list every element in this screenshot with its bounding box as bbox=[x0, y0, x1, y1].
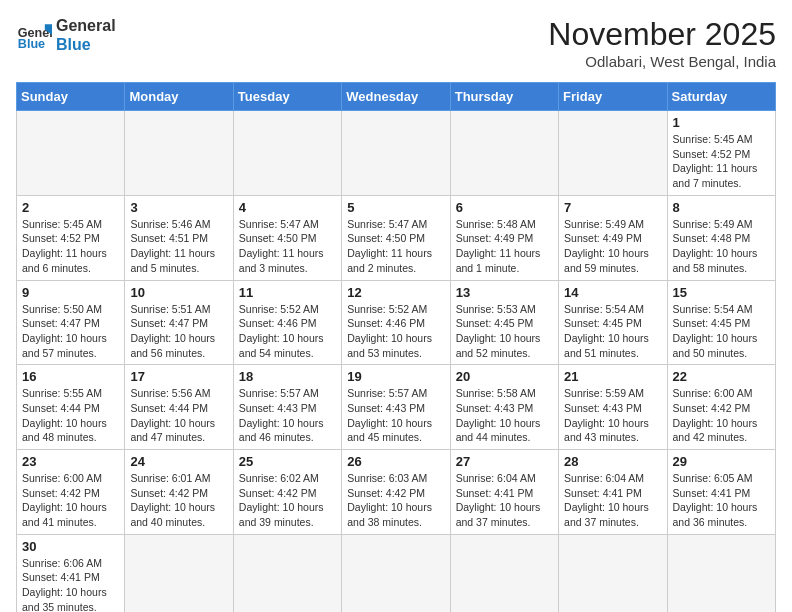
weekday-header-wednesday: Wednesday bbox=[342, 83, 450, 111]
day-info: Sunrise: 5:50 AM Sunset: 4:47 PM Dayligh… bbox=[22, 302, 119, 361]
calendar-day-cell: 5Sunrise: 5:47 AM Sunset: 4:50 PM Daylig… bbox=[342, 195, 450, 280]
weekday-header-monday: Monday bbox=[125, 83, 233, 111]
day-info: Sunrise: 5:57 AM Sunset: 4:43 PM Dayligh… bbox=[239, 386, 336, 445]
calendar-day-cell: 27Sunrise: 6:04 AM Sunset: 4:41 PM Dayli… bbox=[450, 450, 558, 535]
calendar-day-cell bbox=[233, 111, 341, 196]
calendar-day-cell: 15Sunrise: 5:54 AM Sunset: 4:45 PM Dayli… bbox=[667, 280, 775, 365]
day-number: 29 bbox=[673, 454, 770, 469]
day-info: Sunrise: 5:45 AM Sunset: 4:52 PM Dayligh… bbox=[673, 132, 770, 191]
calendar-day-cell: 18Sunrise: 5:57 AM Sunset: 4:43 PM Dayli… bbox=[233, 365, 341, 450]
day-info: Sunrise: 5:51 AM Sunset: 4:47 PM Dayligh… bbox=[130, 302, 227, 361]
day-number: 15 bbox=[673, 285, 770, 300]
day-info: Sunrise: 5:56 AM Sunset: 4:44 PM Dayligh… bbox=[130, 386, 227, 445]
weekday-header-sunday: Sunday bbox=[17, 83, 125, 111]
calendar-week-row: 1Sunrise: 5:45 AM Sunset: 4:52 PM Daylig… bbox=[17, 111, 776, 196]
day-number: 18 bbox=[239, 369, 336, 384]
day-info: Sunrise: 5:54 AM Sunset: 4:45 PM Dayligh… bbox=[673, 302, 770, 361]
day-number: 21 bbox=[564, 369, 661, 384]
day-number: 16 bbox=[22, 369, 119, 384]
svg-text:Blue: Blue bbox=[18, 37, 45, 51]
day-number: 6 bbox=[456, 200, 553, 215]
day-number: 19 bbox=[347, 369, 444, 384]
day-number: 7 bbox=[564, 200, 661, 215]
day-number: 13 bbox=[456, 285, 553, 300]
calendar-day-cell bbox=[125, 111, 233, 196]
calendar-day-cell: 25Sunrise: 6:02 AM Sunset: 4:42 PM Dayli… bbox=[233, 450, 341, 535]
calendar-week-row: 23Sunrise: 6:00 AM Sunset: 4:42 PM Dayli… bbox=[17, 450, 776, 535]
day-info: Sunrise: 5:49 AM Sunset: 4:49 PM Dayligh… bbox=[564, 217, 661, 276]
calendar-day-cell bbox=[559, 534, 667, 612]
calendar-day-cell: 8Sunrise: 5:49 AM Sunset: 4:48 PM Daylig… bbox=[667, 195, 775, 280]
day-info: Sunrise: 5:58 AM Sunset: 4:43 PM Dayligh… bbox=[456, 386, 553, 445]
calendar-day-cell bbox=[450, 111, 558, 196]
day-number: 12 bbox=[347, 285, 444, 300]
calendar-day-cell: 12Sunrise: 5:52 AM Sunset: 4:46 PM Dayli… bbox=[342, 280, 450, 365]
weekday-header-friday: Friday bbox=[559, 83, 667, 111]
calendar-day-cell: 13Sunrise: 5:53 AM Sunset: 4:45 PM Dayli… bbox=[450, 280, 558, 365]
calendar-day-cell bbox=[17, 111, 125, 196]
day-info: Sunrise: 5:54 AM Sunset: 4:45 PM Dayligh… bbox=[564, 302, 661, 361]
day-number: 8 bbox=[673, 200, 770, 215]
weekday-header-saturday: Saturday bbox=[667, 83, 775, 111]
day-number: 26 bbox=[347, 454, 444, 469]
calendar-day-cell: 11Sunrise: 5:52 AM Sunset: 4:46 PM Dayli… bbox=[233, 280, 341, 365]
calendar-day-cell: 30Sunrise: 6:06 AM Sunset: 4:41 PM Dayli… bbox=[17, 534, 125, 612]
calendar-day-cell: 2Sunrise: 5:45 AM Sunset: 4:52 PM Daylig… bbox=[17, 195, 125, 280]
calendar-week-row: 30Sunrise: 6:06 AM Sunset: 4:41 PM Dayli… bbox=[17, 534, 776, 612]
calendar-day-cell: 1Sunrise: 5:45 AM Sunset: 4:52 PM Daylig… bbox=[667, 111, 775, 196]
day-number: 17 bbox=[130, 369, 227, 384]
calendar-day-cell: 29Sunrise: 6:05 AM Sunset: 4:41 PM Dayli… bbox=[667, 450, 775, 535]
day-number: 27 bbox=[456, 454, 553, 469]
calendar-week-row: 9Sunrise: 5:50 AM Sunset: 4:47 PM Daylig… bbox=[17, 280, 776, 365]
day-info: Sunrise: 6:06 AM Sunset: 4:41 PM Dayligh… bbox=[22, 556, 119, 612]
day-info: Sunrise: 5:46 AM Sunset: 4:51 PM Dayligh… bbox=[130, 217, 227, 276]
calendar-day-cell: 26Sunrise: 6:03 AM Sunset: 4:42 PM Dayli… bbox=[342, 450, 450, 535]
day-info: Sunrise: 5:53 AM Sunset: 4:45 PM Dayligh… bbox=[456, 302, 553, 361]
day-info: Sunrise: 6:00 AM Sunset: 4:42 PM Dayligh… bbox=[22, 471, 119, 530]
logo-blue-text: Blue bbox=[56, 35, 116, 54]
calendar: SundayMondayTuesdayWednesdayThursdayFrid… bbox=[16, 82, 776, 612]
calendar-day-cell: 21Sunrise: 5:59 AM Sunset: 4:43 PM Dayli… bbox=[559, 365, 667, 450]
day-number: 10 bbox=[130, 285, 227, 300]
calendar-day-cell: 6Sunrise: 5:48 AM Sunset: 4:49 PM Daylig… bbox=[450, 195, 558, 280]
calendar-day-cell: 22Sunrise: 6:00 AM Sunset: 4:42 PM Dayli… bbox=[667, 365, 775, 450]
calendar-day-cell: 14Sunrise: 5:54 AM Sunset: 4:45 PM Dayli… bbox=[559, 280, 667, 365]
day-info: Sunrise: 6:01 AM Sunset: 4:42 PM Dayligh… bbox=[130, 471, 227, 530]
calendar-day-cell: 17Sunrise: 5:56 AM Sunset: 4:44 PM Dayli… bbox=[125, 365, 233, 450]
day-number: 28 bbox=[564, 454, 661, 469]
calendar-day-cell: 23Sunrise: 6:00 AM Sunset: 4:42 PM Dayli… bbox=[17, 450, 125, 535]
calendar-week-row: 2Sunrise: 5:45 AM Sunset: 4:52 PM Daylig… bbox=[17, 195, 776, 280]
calendar-day-cell bbox=[342, 111, 450, 196]
weekday-header-thursday: Thursday bbox=[450, 83, 558, 111]
day-info: Sunrise: 6:05 AM Sunset: 4:41 PM Dayligh… bbox=[673, 471, 770, 530]
day-number: 23 bbox=[22, 454, 119, 469]
day-info: Sunrise: 5:45 AM Sunset: 4:52 PM Dayligh… bbox=[22, 217, 119, 276]
day-number: 2 bbox=[22, 200, 119, 215]
calendar-day-cell bbox=[667, 534, 775, 612]
logo: General Blue General Blue bbox=[16, 16, 116, 54]
logo-icon: General Blue bbox=[16, 17, 52, 53]
day-number: 24 bbox=[130, 454, 227, 469]
day-info: Sunrise: 5:52 AM Sunset: 4:46 PM Dayligh… bbox=[347, 302, 444, 361]
calendar-day-cell bbox=[450, 534, 558, 612]
calendar-day-cell: 19Sunrise: 5:57 AM Sunset: 4:43 PM Dayli… bbox=[342, 365, 450, 450]
day-number: 4 bbox=[239, 200, 336, 215]
calendar-day-cell: 20Sunrise: 5:58 AM Sunset: 4:43 PM Dayli… bbox=[450, 365, 558, 450]
calendar-day-cell: 16Sunrise: 5:55 AM Sunset: 4:44 PM Dayli… bbox=[17, 365, 125, 450]
calendar-day-cell: 24Sunrise: 6:01 AM Sunset: 4:42 PM Dayli… bbox=[125, 450, 233, 535]
calendar-day-cell bbox=[342, 534, 450, 612]
calendar-day-cell bbox=[559, 111, 667, 196]
day-info: Sunrise: 5:52 AM Sunset: 4:46 PM Dayligh… bbox=[239, 302, 336, 361]
day-info: Sunrise: 5:59 AM Sunset: 4:43 PM Dayligh… bbox=[564, 386, 661, 445]
calendar-day-cell: 4Sunrise: 5:47 AM Sunset: 4:50 PM Daylig… bbox=[233, 195, 341, 280]
day-info: Sunrise: 5:47 AM Sunset: 4:50 PM Dayligh… bbox=[239, 217, 336, 276]
day-number: 1 bbox=[673, 115, 770, 130]
day-info: Sunrise: 6:04 AM Sunset: 4:41 PM Dayligh… bbox=[564, 471, 661, 530]
day-info: Sunrise: 5:48 AM Sunset: 4:49 PM Dayligh… bbox=[456, 217, 553, 276]
day-info: Sunrise: 6:00 AM Sunset: 4:42 PM Dayligh… bbox=[673, 386, 770, 445]
calendar-day-cell: 7Sunrise: 5:49 AM Sunset: 4:49 PM Daylig… bbox=[559, 195, 667, 280]
calendar-day-cell: 28Sunrise: 6:04 AM Sunset: 4:41 PM Dayli… bbox=[559, 450, 667, 535]
day-number: 5 bbox=[347, 200, 444, 215]
calendar-day-cell: 10Sunrise: 5:51 AM Sunset: 4:47 PM Dayli… bbox=[125, 280, 233, 365]
day-info: Sunrise: 6:03 AM Sunset: 4:42 PM Dayligh… bbox=[347, 471, 444, 530]
